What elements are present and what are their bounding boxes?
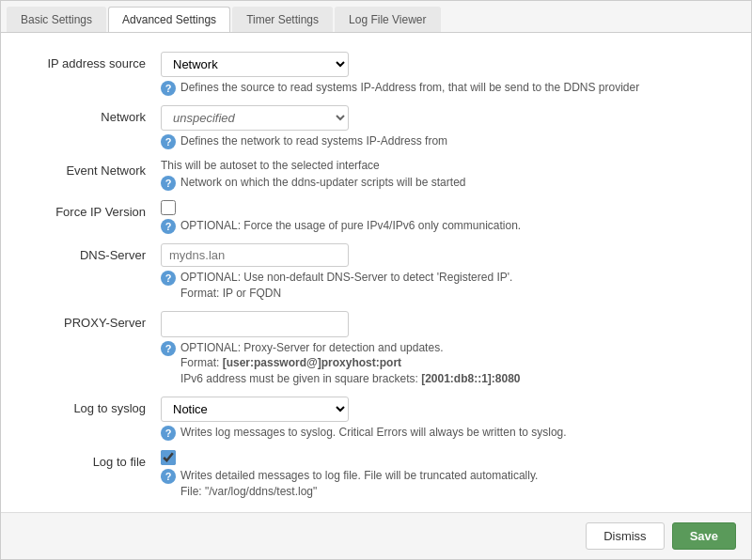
- field-network: unspecified ? Defines the network to rea…: [161, 105, 723, 149]
- label-event-network: Event Network: [29, 159, 161, 178]
- help-force-ip-version: ? OPTIONAL: Force the usage of pure IPv4…: [161, 218, 723, 234]
- content-area: IP address source Network Interface URL …: [1, 33, 751, 512]
- label-dns-server: DNS-Server: [29, 243, 161, 262]
- help-icon-log-to-syslog: ?: [161, 426, 176, 441]
- help-icon-proxy-server: ?: [161, 341, 176, 356]
- tab-timer-settings[interactable]: Timer Settings: [232, 7, 333, 32]
- row-proxy-server: PROXY-Server ? OPTIONAL: Proxy-Server fo…: [29, 311, 723, 387]
- select-network[interactable]: unspecified: [161, 105, 349, 131]
- main-window: Basic Settings Advanced Settings Timer S…: [0, 0, 752, 560]
- row-network: Network unspecified ? Defines the networ…: [29, 105, 723, 149]
- row-ip-address-source: IP address source Network Interface URL …: [29, 52, 723, 96]
- force-ip-version-checkbox-row: [161, 200, 723, 215]
- dismiss-button[interactable]: Dismiss: [586, 522, 665, 550]
- help-icon-ip-address-source: ?: [161, 81, 176, 96]
- field-ip-address-source: Network Interface URL ? Defines the sour…: [161, 52, 723, 96]
- tab-basic-settings[interactable]: Basic Settings: [7, 7, 106, 32]
- field-force-ip-version: ? OPTIONAL: Force the usage of pure IPv4…: [161, 200, 723, 234]
- help-proxy-server: ? OPTIONAL: Proxy-Server for detection a…: [161, 340, 723, 387]
- field-proxy-server: ? OPTIONAL: Proxy-Server for detection a…: [161, 311, 723, 387]
- save-button[interactable]: Save: [672, 522, 736, 550]
- tab-bar: Basic Settings Advanced Settings Timer S…: [1, 1, 751, 33]
- input-proxy-server[interactable]: [161, 311, 349, 337]
- help-icon-dns-server: ?: [161, 271, 176, 286]
- help-network: ? Defines the network to read systems IP…: [161, 133, 723, 149]
- help-ip-address-source: ? Defines the source to read systems IP-…: [161, 80, 723, 96]
- footer: Dismiss Save: [1, 512, 751, 559]
- log-to-file-checkbox-row: [161, 450, 723, 465]
- help-dns-server: ? OPTIONAL: Use non-default DNS-Server t…: [161, 270, 723, 302]
- label-force-ip-version: Force IP Version: [29, 200, 161, 219]
- help-icon-log-to-file: ?: [161, 469, 176, 484]
- tab-log-file-viewer[interactable]: Log File Viewer: [335, 7, 441, 32]
- label-log-to-syslog: Log to syslog: [29, 397, 161, 415]
- input-dns-server[interactable]: [161, 243, 349, 267]
- row-log-to-file: Log to file ? Writes detailed messages t…: [29, 450, 723, 500]
- row-dns-server: DNS-Server ? OPTIONAL: Use non-default D…: [29, 243, 723, 302]
- label-log-to-file: Log to file: [29, 450, 161, 469]
- label-network: Network: [29, 105, 161, 124]
- row-log-to-syslog: Log to syslog Emergency Alert Critical E…: [29, 397, 723, 441]
- field-event-network: This will be autoset to the selected int…: [161, 159, 723, 191]
- label-ip-address-source: IP address source: [29, 52, 161, 70]
- tab-advanced-settings[interactable]: Advanced Settings: [108, 7, 230, 32]
- select-log-to-syslog[interactable]: Emergency Alert Critical Error Warning N…: [161, 397, 349, 422]
- row-event-network: Event Network This will be autoset to th…: [29, 159, 723, 191]
- field-log-to-syslog: Emergency Alert Critical Error Warning N…: [161, 397, 723, 441]
- select-ip-address-source[interactable]: Network Interface URL: [161, 52, 349, 77]
- checkbox-force-ip-version[interactable]: [161, 200, 176, 215]
- help-log-to-syslog: ? Writes log messages to syslog. Critica…: [161, 425, 723, 441]
- help-icon-event-network: ?: [161, 176, 176, 191]
- field-dns-server: ? OPTIONAL: Use non-default DNS-Server t…: [161, 243, 723, 302]
- label-proxy-server: PROXY-Server: [29, 311, 161, 330]
- help-log-to-file: ? Writes detailed messages to log file. …: [161, 468, 723, 500]
- checkbox-log-to-file[interactable]: [161, 450, 176, 465]
- help-icon-network: ?: [161, 134, 176, 149]
- help-event-network: ? Network on which the ddns-updater scri…: [161, 175, 723, 191]
- help-icon-force-ip-version: ?: [161, 219, 176, 234]
- field-log-to-file: ? Writes detailed messages to log file. …: [161, 450, 723, 500]
- event-network-autoset-text: This will be autoset to the selected int…: [161, 159, 723, 172]
- row-force-ip-version: Force IP Version ? OPTIONAL: Force the u…: [29, 200, 723, 234]
